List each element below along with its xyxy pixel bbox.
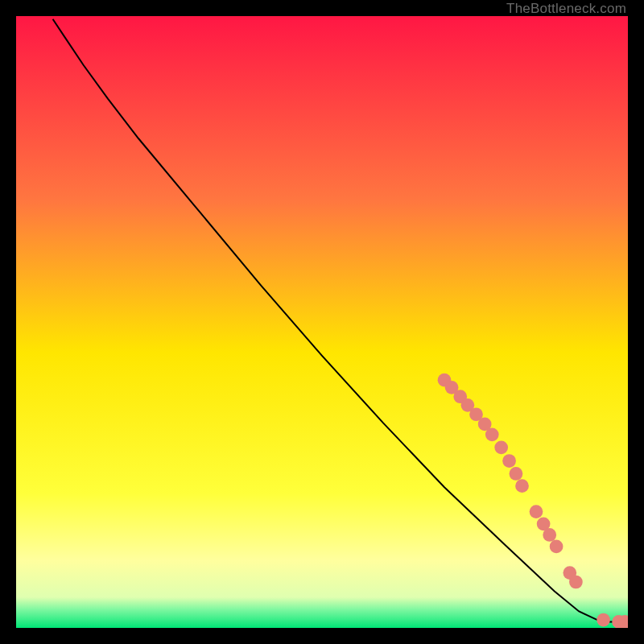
data-marker — [515, 479, 529, 493]
chart-svg — [16, 16, 628, 628]
data-marker — [597, 613, 610, 627]
data-marker — [569, 576, 583, 589]
data-marker — [485, 427, 499, 441]
data-marker — [502, 454, 516, 468]
chart-background-gradient — [16, 16, 628, 628]
chart-plot-area — [16, 16, 628, 628]
data-marker — [550, 540, 564, 554]
data-marker — [530, 505, 543, 518]
data-marker — [543, 528, 556, 542]
data-marker — [494, 440, 508, 454]
data-marker — [510, 467, 523, 481]
watermark-text: TheBottleneck.com — [506, 1, 626, 17]
